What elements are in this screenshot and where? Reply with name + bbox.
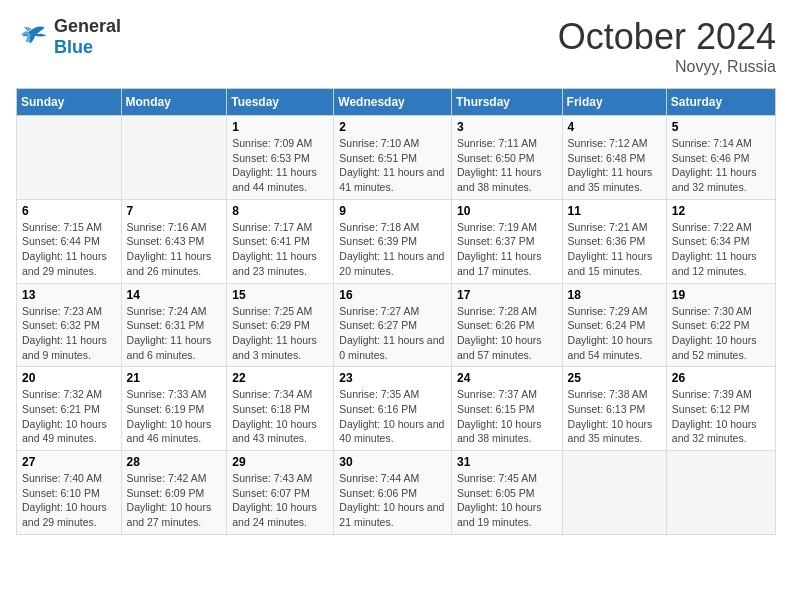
day-number: 24 (457, 371, 557, 385)
day-info: Sunrise: 7:15 AMSunset: 6:44 PMDaylight:… (22, 220, 116, 279)
day-info: Sunrise: 7:09 AMSunset: 6:53 PMDaylight:… (232, 136, 328, 195)
day-cell: 19Sunrise: 7:30 AMSunset: 6:22 PMDayligh… (666, 283, 775, 367)
logo-general-text: General (54, 16, 121, 36)
col-header-sunday: Sunday (17, 89, 122, 116)
day-info: Sunrise: 7:21 AMSunset: 6:36 PMDaylight:… (568, 220, 661, 279)
day-number: 5 (672, 120, 770, 134)
day-info: Sunrise: 7:27 AMSunset: 6:27 PMDaylight:… (339, 304, 446, 363)
day-number: 11 (568, 204, 661, 218)
day-info: Sunrise: 7:37 AMSunset: 6:15 PMDaylight:… (457, 387, 557, 446)
day-cell: 24Sunrise: 7:37 AMSunset: 6:15 PMDayligh… (451, 367, 562, 451)
day-info: Sunrise: 7:28 AMSunset: 6:26 PMDaylight:… (457, 304, 557, 363)
day-cell: 27Sunrise: 7:40 AMSunset: 6:10 PMDayligh… (17, 451, 122, 535)
day-cell: 8Sunrise: 7:17 AMSunset: 6:41 PMDaylight… (227, 199, 334, 283)
day-cell: 7Sunrise: 7:16 AMSunset: 6:43 PMDaylight… (121, 199, 227, 283)
day-cell (121, 116, 227, 200)
day-cell: 28Sunrise: 7:42 AMSunset: 6:09 PMDayligh… (121, 451, 227, 535)
day-cell: 1Sunrise: 7:09 AMSunset: 6:53 PMDaylight… (227, 116, 334, 200)
day-number: 15 (232, 288, 328, 302)
day-info: Sunrise: 7:23 AMSunset: 6:32 PMDaylight:… (22, 304, 116, 363)
day-number: 23 (339, 371, 446, 385)
day-info: Sunrise: 7:25 AMSunset: 6:29 PMDaylight:… (232, 304, 328, 363)
day-info: Sunrise: 7:22 AMSunset: 6:34 PMDaylight:… (672, 220, 770, 279)
day-number: 20 (22, 371, 116, 385)
day-cell: 12Sunrise: 7:22 AMSunset: 6:34 PMDayligh… (666, 199, 775, 283)
week-row-2: 6Sunrise: 7:15 AMSunset: 6:44 PMDaylight… (17, 199, 776, 283)
day-number: 10 (457, 204, 557, 218)
day-info: Sunrise: 7:43 AMSunset: 6:07 PMDaylight:… (232, 471, 328, 530)
day-cell: 16Sunrise: 7:27 AMSunset: 6:27 PMDayligh… (334, 283, 452, 367)
day-info: Sunrise: 7:18 AMSunset: 6:39 PMDaylight:… (339, 220, 446, 279)
day-info: Sunrise: 7:12 AMSunset: 6:48 PMDaylight:… (568, 136, 661, 195)
day-cell: 4Sunrise: 7:12 AMSunset: 6:48 PMDaylight… (562, 116, 666, 200)
day-info: Sunrise: 7:38 AMSunset: 6:13 PMDaylight:… (568, 387, 661, 446)
day-info: Sunrise: 7:33 AMSunset: 6:19 PMDaylight:… (127, 387, 222, 446)
col-header-friday: Friday (562, 89, 666, 116)
day-cell: 20Sunrise: 7:32 AMSunset: 6:21 PMDayligh… (17, 367, 122, 451)
day-number: 26 (672, 371, 770, 385)
day-info: Sunrise: 7:32 AMSunset: 6:21 PMDaylight:… (22, 387, 116, 446)
day-cell: 10Sunrise: 7:19 AMSunset: 6:37 PMDayligh… (451, 199, 562, 283)
day-number: 18 (568, 288, 661, 302)
day-cell (17, 116, 122, 200)
day-cell: 25Sunrise: 7:38 AMSunset: 6:13 PMDayligh… (562, 367, 666, 451)
day-cell: 2Sunrise: 7:10 AMSunset: 6:51 PMDaylight… (334, 116, 452, 200)
day-number: 21 (127, 371, 222, 385)
day-number: 4 (568, 120, 661, 134)
day-cell: 30Sunrise: 7:44 AMSunset: 6:06 PMDayligh… (334, 451, 452, 535)
day-cell: 6Sunrise: 7:15 AMSunset: 6:44 PMDaylight… (17, 199, 122, 283)
day-cell: 5Sunrise: 7:14 AMSunset: 6:46 PMDaylight… (666, 116, 775, 200)
day-info: Sunrise: 7:35 AMSunset: 6:16 PMDaylight:… (339, 387, 446, 446)
day-info: Sunrise: 7:44 AMSunset: 6:06 PMDaylight:… (339, 471, 446, 530)
day-number: 16 (339, 288, 446, 302)
day-info: Sunrise: 7:29 AMSunset: 6:24 PMDaylight:… (568, 304, 661, 363)
day-number: 13 (22, 288, 116, 302)
day-cell: 22Sunrise: 7:34 AMSunset: 6:18 PMDayligh… (227, 367, 334, 451)
logo-blue-text: Blue (54, 37, 93, 57)
day-info: Sunrise: 7:11 AMSunset: 6:50 PMDaylight:… (457, 136, 557, 195)
day-number: 2 (339, 120, 446, 134)
day-number: 3 (457, 120, 557, 134)
day-cell: 31Sunrise: 7:45 AMSunset: 6:05 PMDayligh… (451, 451, 562, 535)
day-cell: 3Sunrise: 7:11 AMSunset: 6:50 PMDaylight… (451, 116, 562, 200)
location: Novyy, Russia (558, 58, 776, 76)
day-number: 19 (672, 288, 770, 302)
day-info: Sunrise: 7:34 AMSunset: 6:18 PMDaylight:… (232, 387, 328, 446)
day-number: 27 (22, 455, 116, 469)
week-row-3: 13Sunrise: 7:23 AMSunset: 6:32 PMDayligh… (17, 283, 776, 367)
week-row-5: 27Sunrise: 7:40 AMSunset: 6:10 PMDayligh… (17, 451, 776, 535)
day-number: 7 (127, 204, 222, 218)
logo: General Blue (16, 16, 121, 58)
title-block: October 2024 Novyy, Russia (558, 16, 776, 76)
col-header-thursday: Thursday (451, 89, 562, 116)
calendar-table: SundayMondayTuesdayWednesdayThursdayFrid… (16, 88, 776, 535)
week-row-1: 1Sunrise: 7:09 AMSunset: 6:53 PMDaylight… (17, 116, 776, 200)
week-row-4: 20Sunrise: 7:32 AMSunset: 6:21 PMDayligh… (17, 367, 776, 451)
day-cell: 15Sunrise: 7:25 AMSunset: 6:29 PMDayligh… (227, 283, 334, 367)
day-number: 6 (22, 204, 116, 218)
day-cell: 29Sunrise: 7:43 AMSunset: 6:07 PMDayligh… (227, 451, 334, 535)
day-number: 17 (457, 288, 557, 302)
day-info: Sunrise: 7:39 AMSunset: 6:12 PMDaylight:… (672, 387, 770, 446)
day-number: 12 (672, 204, 770, 218)
day-cell: 23Sunrise: 7:35 AMSunset: 6:16 PMDayligh… (334, 367, 452, 451)
day-number: 14 (127, 288, 222, 302)
page-header: General Blue October 2024 Novyy, Russia (16, 16, 776, 76)
day-info: Sunrise: 7:42 AMSunset: 6:09 PMDaylight:… (127, 471, 222, 530)
day-cell: 9Sunrise: 7:18 AMSunset: 6:39 PMDaylight… (334, 199, 452, 283)
day-info: Sunrise: 7:40 AMSunset: 6:10 PMDaylight:… (22, 471, 116, 530)
day-info: Sunrise: 7:19 AMSunset: 6:37 PMDaylight:… (457, 220, 557, 279)
day-info: Sunrise: 7:10 AMSunset: 6:51 PMDaylight:… (339, 136, 446, 195)
col-header-monday: Monday (121, 89, 227, 116)
day-number: 28 (127, 455, 222, 469)
day-cell: 11Sunrise: 7:21 AMSunset: 6:36 PMDayligh… (562, 199, 666, 283)
day-number: 30 (339, 455, 446, 469)
col-header-saturday: Saturday (666, 89, 775, 116)
header-row: SundayMondayTuesdayWednesdayThursdayFrid… (17, 89, 776, 116)
col-header-tuesday: Tuesday (227, 89, 334, 116)
day-info: Sunrise: 7:24 AMSunset: 6:31 PMDaylight:… (127, 304, 222, 363)
day-cell: 13Sunrise: 7:23 AMSunset: 6:32 PMDayligh… (17, 283, 122, 367)
day-cell: 21Sunrise: 7:33 AMSunset: 6:19 PMDayligh… (121, 367, 227, 451)
day-number: 9 (339, 204, 446, 218)
day-info: Sunrise: 7:45 AMSunset: 6:05 PMDaylight:… (457, 471, 557, 530)
